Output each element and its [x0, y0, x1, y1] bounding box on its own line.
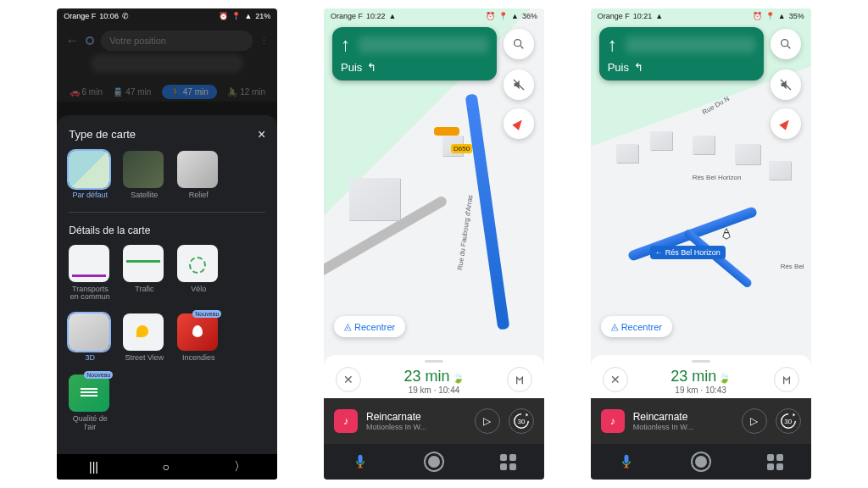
close-trip-button[interactable]: ✕ [336, 367, 361, 392]
music-app-icon[interactable]: ♪ [334, 409, 358, 433]
detail-3d[interactable]: 3D [69, 313, 111, 363]
building-3d [769, 161, 791, 180]
play-icon: ▷ [483, 415, 491, 427]
search-button[interactable] [771, 29, 801, 59]
compass-button[interactable] [771, 108, 801, 139]
compass-button[interactable] [504, 108, 534, 139]
detail-trafic[interactable]: Trafic [123, 245, 165, 302]
music-app-icon[interactable]: ♪ [601, 409, 625, 433]
trip-card[interactable]: ✕ 23 min🍃 19 km · 10:43 [591, 355, 811, 398]
search-icon [512, 37, 526, 51]
street-name-blurred [626, 36, 755, 53]
destination-input-blurred[interactable] [91, 54, 243, 73]
battery-label: 21% [255, 12, 270, 20]
play-button[interactable]: ▷ [475, 408, 500, 434]
play-icon: ▷ [750, 415, 758, 427]
close-button[interactable]: × [258, 127, 265, 142]
drag-handle[interactable] [425, 360, 443, 363]
record-button[interactable] [424, 452, 444, 472]
mode-transit[interactable]: 🚆47 min [113, 85, 151, 99]
then-label: Puis [608, 61, 629, 74]
google-mic-icon [352, 453, 369, 470]
mode-walk[interactable]: 🚶47 min [162, 85, 217, 99]
map-type-default[interactable]: Par défaut [69, 151, 111, 200]
skip30-button[interactable]: 30 [509, 408, 534, 434]
skip-forward-icon [779, 412, 798, 430]
details-title: Détails de la carte [69, 225, 265, 236]
carrier-label: Orange F [64, 12, 96, 20]
drag-handle[interactable] [692, 360, 710, 363]
mic-button[interactable] [352, 453, 369, 470]
compass-icon [512, 117, 525, 130]
nav-direction-banner[interactable]: ↑ Puis ↰ [599, 27, 764, 80]
alarm-icon: ⏰ [219, 12, 228, 20]
android-navbar: ||| ○ 〈 [57, 454, 277, 480]
building-3d [735, 144, 760, 164]
music-indicator-icon: ▲ [655, 12, 663, 20]
routes-button[interactable] [774, 367, 799, 392]
nav-direction-banner[interactable]: ↑ Puis ↰ [332, 27, 497, 80]
search-button[interactable] [504, 29, 534, 59]
close-trip-button[interactable]: ✕ [603, 367, 628, 392]
detail-velo[interactable]: Vélo [177, 245, 220, 302]
apps-button[interactable] [767, 454, 783, 470]
fire-icon: Nouveau [177, 313, 218, 351]
routes-button[interactable] [507, 367, 532, 392]
trip-card[interactable]: ✕ 23 min🍃 19 km · 10:44 [324, 355, 544, 398]
mic-button[interactable] [618, 453, 635, 470]
location-icon: 📍 [498, 12, 508, 20]
status-bar: Orange F 10:06 ✆ ⏰ 📍 ▲ 21% [57, 8, 277, 24]
phone-screenshot-1: Orange F 10:06 ✆ ⏰ 📍 ▲ 21% ← Votre posit… [57, 8, 277, 480]
map-type-relief[interactable]: Relief [177, 151, 220, 200]
apps-button[interactable] [500, 454, 516, 470]
eta-sub: 19 km · 10:43 [628, 385, 774, 395]
record-icon [695, 456, 707, 468]
compass-icon [779, 117, 792, 130]
road-shield: D650 [451, 144, 472, 153]
detail-incendies[interactable]: Nouveau Incendies [177, 313, 220, 363]
leaf-icon: 🍃 [452, 372, 465, 384]
arrow-left-icon: ← [655, 248, 663, 257]
map-satellite-icon [123, 151, 164, 188]
back-icon[interactable]: ← [65, 33, 79, 48]
route-alt-segment [434, 127, 459, 136]
recents-icon[interactable]: ||| [89, 460, 98, 474]
alarm-icon: ⏰ [486, 12, 495, 20]
svg-line-1 [520, 46, 523, 48]
3d-icon [69, 313, 109, 351]
assistant-nav-bar [324, 444, 544, 480]
music-indicator-icon: ▲ [389, 12, 397, 20]
status-bar: Orange F 10:21 ▲ ⏰ 📍 ▲ 35% [591, 8, 811, 24]
skip30-button[interactable]: 30 [776, 408, 801, 434]
map-type-satellite[interactable]: Satellite [123, 151, 165, 200]
music-bar: ♪ Reincarnate Motionless In W... ▷ 30 [324, 398, 544, 444]
detail-transit[interactable]: Transports en commun [69, 245, 111, 302]
play-button[interactable]: ▷ [742, 408, 767, 434]
home-icon[interactable]: ○ [163, 460, 170, 474]
map-type-grid: Par défaut Satellite Relief [69, 151, 265, 200]
mode-bike[interactable]: 🚴12 min [227, 85, 265, 99]
recenter-button[interactable]: ◬ Recentrer [601, 316, 672, 337]
recenter-button[interactable]: ◬ Recentrer [334, 316, 405, 337]
music-info[interactable]: Reincarnate Motionless In W... [366, 411, 466, 431]
eta-label: 23 min [403, 368, 449, 385]
sheet-title: Type de carte [69, 128, 136, 141]
record-button[interactable] [691, 452, 711, 472]
velo-icon [177, 245, 218, 282]
mute-button[interactable] [504, 69, 534, 100]
swap-icon[interactable]: ⋮ [259, 36, 269, 47]
travel-mode-tabs: 🚗6 min 🚆47 min 🚶47 min 🚴12 min [57, 81, 277, 103]
mute-button[interactable] [771, 69, 801, 100]
destination-popup[interactable]: ← Rés Bel Horizon [650, 246, 726, 259]
alarm-icon: ⏰ [753, 12, 762, 20]
music-info[interactable]: Reincarnate Motionless In W... [633, 411, 733, 431]
back-icon[interactable]: 〈 [234, 459, 246, 474]
signal-icon: ▲ [244, 12, 252, 20]
detail-air[interactable]: Nouveau Qualité de l'air [69, 374, 111, 432]
assistant-nav-bar [591, 444, 811, 480]
mode-car[interactable]: 🚗6 min [70, 85, 103, 99]
origin-input[interactable]: Votre position [101, 30, 253, 51]
detail-streetview[interactable]: Street View [123, 313, 165, 363]
skip-forward-icon [512, 412, 531, 430]
routes-icon [513, 373, 526, 386]
